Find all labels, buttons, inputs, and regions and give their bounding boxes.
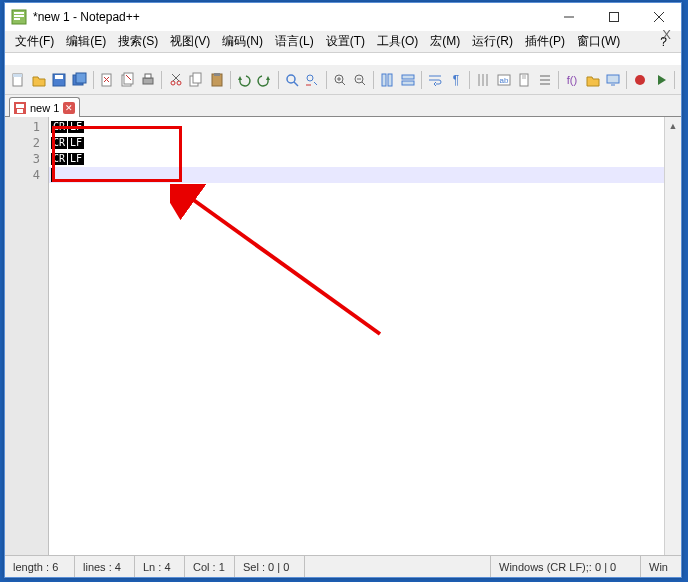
scroll-up-icon[interactable]: ▲: [665, 117, 681, 134]
svg-line-25: [173, 74, 180, 81]
new-file-icon: [10, 72, 26, 88]
menu-settings[interactable]: 设置(T): [320, 31, 371, 52]
zoom-in-icon: [332, 72, 348, 88]
folder-button[interactable]: [583, 69, 602, 91]
toolbar: ¶abf(): [5, 65, 681, 95]
unsaved-icon: [14, 102, 26, 114]
doc-list-button[interactable]: [535, 69, 554, 91]
show-all-icon: ¶: [448, 72, 464, 88]
svg-rect-18: [124, 73, 133, 84]
svg-rect-13: [76, 73, 86, 83]
status-ln: Ln : 4: [135, 556, 185, 577]
editor-line[interactable]: [49, 167, 681, 183]
titlebar: *new 1 - Notepad++: [5, 3, 681, 31]
new-file-button[interactable]: [9, 69, 28, 91]
menu-search[interactable]: 搜索(S): [112, 31, 164, 52]
func-list-button[interactable]: f(): [563, 69, 582, 91]
menu-encoding[interactable]: 编码(N): [216, 31, 269, 52]
toolbar-separator: [674, 71, 675, 89]
svg-rect-40: [382, 74, 386, 86]
paste-button[interactable]: [207, 69, 226, 91]
sync-v-icon: [379, 72, 395, 88]
toolbar-separator: [230, 71, 231, 89]
line-number: 3: [5, 151, 48, 167]
svg-rect-41: [388, 74, 392, 86]
maximize-button[interactable]: [591, 3, 636, 31]
play-icon: [653, 72, 669, 88]
toolbar-separator: [626, 71, 627, 89]
record-button[interactable]: [631, 69, 650, 91]
copy-icon: [188, 72, 204, 88]
show-all-button[interactable]: ¶: [447, 69, 466, 91]
tab-new1[interactable]: new 1 ✕: [9, 97, 80, 117]
menu-edit[interactable]: 编辑(E): [60, 31, 112, 52]
editor-area: 1234 CRLFCRLFCRLF ▲: [5, 117, 681, 555]
monitor-icon: [605, 72, 621, 88]
menu-run[interactable]: 运行(R): [466, 31, 519, 52]
find-button[interactable]: [283, 69, 302, 91]
toolbar-separator: [421, 71, 422, 89]
menu-window[interactable]: 窗口(W): [571, 31, 626, 52]
svg-rect-1: [14, 12, 24, 14]
toolbar-separator: [161, 71, 162, 89]
zoom-in-button[interactable]: [330, 69, 349, 91]
copy-button[interactable]: [187, 69, 206, 91]
lang-button[interactable]: ab: [494, 69, 513, 91]
replace-button[interactable]: [303, 69, 322, 91]
svg-rect-9: [13, 74, 22, 77]
status-sel: Sel : 0 | 0: [235, 556, 305, 577]
find-icon: [284, 72, 300, 88]
toolbar-separator: [326, 71, 327, 89]
save-all-icon: [72, 72, 88, 88]
toolbar-separator: [373, 71, 374, 89]
svg-point-30: [287, 75, 295, 83]
close-all-button[interactable]: [118, 69, 137, 91]
print-button[interactable]: [139, 69, 158, 91]
close-button[interactable]: [636, 3, 681, 31]
menu-macro[interactable]: 宏(M): [424, 31, 466, 52]
print-icon: [140, 72, 156, 88]
editor-line[interactable]: CRLF: [49, 135, 681, 151]
line-number: 2: [5, 135, 48, 151]
line-number: 4: [5, 167, 48, 183]
tab-label: new 1: [30, 102, 59, 114]
vertical-scrollbar[interactable]: ▲: [664, 117, 681, 555]
close-icon: [99, 72, 115, 88]
menu-file[interactable]: 文件(F): [9, 31, 60, 52]
doc-map-button[interactable]: [515, 69, 534, 91]
sync-h-button[interactable]: [399, 69, 418, 91]
open-file-button[interactable]: [30, 69, 49, 91]
menu-view[interactable]: 视图(V): [164, 31, 216, 52]
word-wrap-button[interactable]: [426, 69, 445, 91]
indent-guide-icon: [475, 72, 491, 88]
zoom-out-button[interactable]: [351, 69, 370, 91]
svg-line-39: [362, 82, 365, 85]
redo-button[interactable]: [255, 69, 274, 91]
save-button[interactable]: [50, 69, 69, 91]
menu-plugins[interactable]: 插件(P): [519, 31, 571, 52]
save-all-button[interactable]: [71, 69, 90, 91]
play-button[interactable]: [652, 69, 671, 91]
close-button[interactable]: [98, 69, 117, 91]
menu-language[interactable]: 语言(L): [269, 31, 320, 52]
svg-point-59: [635, 75, 645, 85]
toolbar-separator: [93, 71, 94, 89]
minimize-button[interactable]: [546, 3, 591, 31]
svg-text:ab: ab: [499, 76, 508, 85]
tab-close-icon[interactable]: ✕: [63, 102, 75, 114]
svg-rect-2: [14, 15, 24, 17]
editor-line[interactable]: CRLF: [49, 151, 681, 167]
editor-line[interactable]: CRLF: [49, 119, 681, 135]
sync-v-button[interactable]: [378, 69, 397, 91]
text-area[interactable]: CRLFCRLFCRLF: [49, 117, 681, 555]
eol-marker: CRLF: [51, 137, 85, 149]
svg-line-31: [294, 82, 298, 86]
cut-button[interactable]: [166, 69, 185, 91]
secondary-close-icon[interactable]: X: [662, 27, 671, 42]
svg-rect-62: [17, 109, 23, 113]
menu-tools[interactable]: 工具(O): [371, 31, 424, 52]
doc-map-icon: [516, 72, 532, 88]
monitor-button[interactable]: [604, 69, 623, 91]
undo-button[interactable]: [235, 69, 254, 91]
indent-guide-button[interactable]: [474, 69, 493, 91]
